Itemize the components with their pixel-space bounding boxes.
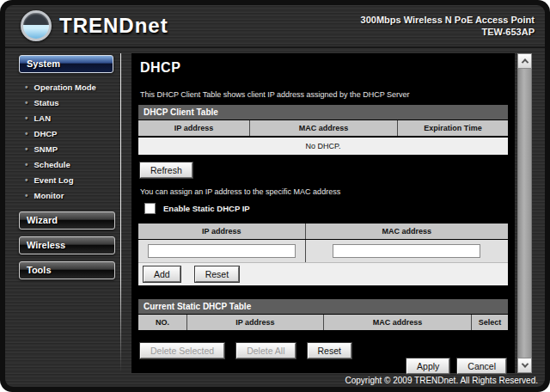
sidebar-item-label: Event Log [34,176,74,184]
col-header-ip: IP address [186,315,323,330]
client-table-title-bar: DHCP Client Table [138,105,508,119]
ip-input-cell [138,240,305,262]
scroll-down-button[interactable] [517,358,532,373]
sidebar-item-label: SNMP [34,145,58,153]
col-header-mac: MAC address [323,315,471,330]
sidebar-section-wireless[interactable]: Wireless [19,236,115,254]
client-table-empty-row: No DHCP. [138,136,508,155]
scrollbar-track[interactable] [517,69,532,358]
footer: Copyright © 2009 TRENDnet. All Rights Re… [5,373,545,387]
assign-reset-button[interactable]: Reset [195,266,239,282]
current-static-dhcp-table: NO. IP address MAC address Select [138,314,508,330]
sidebar-section-wizard[interactable]: Wizard [19,211,115,230]
apply-button[interactable]: Apply [406,358,449,374]
col-header-expiration: Expiration Time [397,120,508,136]
assign-buttons-row: Add Reset [138,262,508,285]
brand-name: TRENDnet [59,14,168,38]
vertical-scrollbar [517,53,532,373]
mac-input-cell [305,240,509,262]
page-title: DHCP [140,60,508,76]
static-table-actions: Delete Selected Delete All Reset [140,343,508,358]
body: System • Operation Mode • Status • LAN [5,48,545,373]
ip-address-input[interactable] [148,244,296,258]
product-model: TEW-653AP [361,26,535,38]
col-header-mac: MAC address [305,224,509,239]
client-table-header-row: IP address MAC address Expiration Time [138,119,508,136]
sidebar-item-snmp[interactable]: • SNMP [19,145,119,153]
col-header-ip: IP address [138,120,249,136]
enable-static-dhcp-checkbox[interactable] [144,203,156,214]
chevron-up-icon [521,58,528,65]
enable-static-dhcp-label: Enable Static DHCP IP [163,204,250,213]
router-admin-window: TRENDnet 300Mbps Wireless N PoE Access P… [0,0,550,392]
trendnet-globe-icon [21,10,52,41]
sidebar-item-operation-mode[interactable]: • Operation Mode [19,83,119,91]
bullet-icon: • [25,83,28,91]
bullet-icon: • [25,130,28,138]
sidebar-item-label: DHCP [34,130,58,138]
sidebar-item-label: Monitor [34,192,64,199]
window-inner: TRENDnet 300Mbps Wireless N PoE Access P… [5,5,545,387]
scroll-up-button[interactable] [517,53,532,69]
sidebar-item-dhcp[interactable]: • DHCP [19,130,119,138]
sidebar-item-lan[interactable]: • LAN [19,114,119,122]
static-reset-button[interactable]: Reset [308,343,351,358]
page-actions: Apply Cancel [138,358,506,374]
sidebar-divider [120,53,121,373]
assign-hint-text: You can assign an IP address to the spec… [140,187,508,196]
static-table-header-row: NO. IP address MAC address Select [138,314,508,330]
sidebar-item-label: Status [34,99,59,107]
sidebar-item-event-log[interactable]: • Event Log [19,176,119,184]
static-assign-form: IP address MAC address Add Reset [138,223,508,285]
bullet-icon: • [25,176,28,184]
bullet-icon: • [25,145,28,153]
copyright-text: Copyright © 2009 TRENDnet. All Rights Re… [345,376,538,385]
dhcp-client-table: IP address MAC address Expiration Time N… [138,119,508,155]
page-description: This DHCP Client Table shows client IP a… [140,90,508,99]
bullet-icon: • [25,99,28,107]
sidebar-section-tools[interactable]: Tools [19,261,115,279]
bullet-icon: • [25,192,28,199]
col-header-ip: IP address [138,224,305,239]
sidebar-item-monitor[interactable]: • Monitor [19,192,119,199]
static-table-title-bar: Current Static DHCP Table [138,299,508,314]
sidebar-item-label: LAN [34,114,52,122]
header: TRENDnet 300Mbps Wireless N PoE Access P… [5,5,545,48]
sidebar-item-status[interactable]: • Status [19,99,119,107]
sidebar-item-schedule[interactable]: • Schedule [19,161,119,168]
product-info: 300Mbps Wireless N PoE Access Point TEW-… [361,14,535,38]
product-name: 300Mbps Wireless N PoE Access Point [361,14,535,26]
col-header-select: Select [471,315,508,330]
bullet-icon: • [25,114,28,122]
enable-static-dhcp-row: Enable Static DHCP IP [144,203,508,214]
delete-selected-button[interactable]: Delete Selected [140,343,224,358]
chevron-down-icon [521,360,528,367]
sidebar-item-label: Schedule [34,161,70,168]
bullet-icon: • [25,161,28,168]
mac-address-input[interactable] [333,244,480,258]
assign-header-row: IP address MAC address [138,223,508,239]
col-header-mac: MAC address [249,120,397,136]
assign-input-row [138,239,508,262]
cancel-button[interactable]: Cancel [457,358,506,374]
sidebar: System • Operation Mode • Status • LAN [5,53,119,373]
refresh-button[interactable]: Refresh [140,162,192,178]
sidebar-section-system[interactable]: System [19,55,113,73]
system-menu: • Operation Mode • Status • LAN • DHCP [19,83,119,199]
main-content: DHCP This DHCP Client Table shows client… [131,53,515,373]
add-button[interactable]: Add [144,266,180,282]
sidebar-item-label: Operation Mode [34,83,96,91]
brand-logo: TRENDnet [21,10,168,41]
delete-all-button[interactable]: Delete All [236,343,295,358]
col-header-no: NO. [138,315,186,330]
